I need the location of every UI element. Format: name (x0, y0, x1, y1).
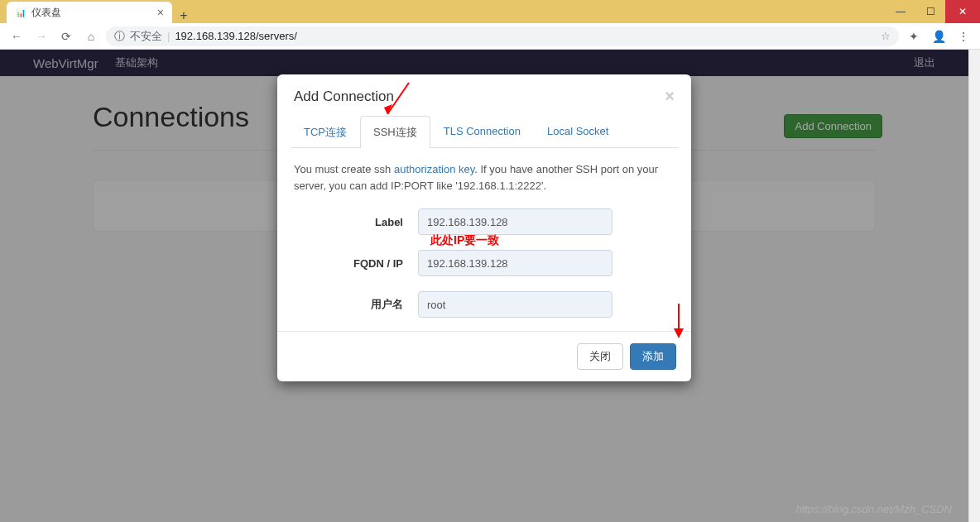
help-text: You must create ssh authorization key. I… (294, 161, 675, 194)
user-input[interactable] (418, 291, 612, 318)
page-viewport: WebVirtMgr 基础架构 退出 Connections Add Conne… (0, 50, 968, 522)
insecure-label: 不安全 (130, 29, 162, 44)
user-label: 用户名 (294, 297, 418, 312)
forward-button[interactable]: → (31, 26, 51, 46)
reload-button[interactable]: ⟳ (56, 26, 76, 46)
profile-icon[interactable]: 👤 (929, 26, 949, 46)
fqdn-label: FQDN / IP (294, 257, 418, 270)
modal-title: Add Connection (294, 89, 394, 105)
new-tab-button[interactable]: + (172, 8, 195, 23)
bookmark-star-icon[interactable]: ☆ (881, 30, 891, 42)
browser-tab[interactable]: 📊 仪表盘 × (7, 2, 172, 23)
watermark: https://blog.csdn.net/Mzh_CSDN (795, 503, 952, 515)
label-label: Label (294, 216, 418, 228)
window-maximize-button[interactable]: ☐ (915, 0, 945, 23)
tab-title: 仪表盘 (31, 6, 152, 20)
back-button[interactable]: ← (7, 26, 26, 46)
browser-toolbar: ← → ⟳ ⌂ ⓘ 不安全 | 192.168.139.128/servers/… (0, 23, 980, 50)
modal-close-icon[interactable]: × (665, 87, 675, 106)
window-minimize-button[interactable]: — (886, 0, 915, 23)
add-connection-modal: Add Connection × TCP连接 SSH连接 TLS Connect… (277, 74, 691, 381)
address-bar[interactable]: ⓘ 不安全 | 192.168.139.128/servers/ ☆ (106, 26, 899, 46)
tab-tls[interactable]: TLS Connection (430, 116, 534, 148)
auth-key-link[interactable]: authorization key (394, 163, 474, 175)
fqdn-input[interactable] (418, 250, 612, 276)
tab-ssh[interactable]: SSH连接 (360, 116, 430, 148)
tab-tcp[interactable]: TCP连接 (291, 116, 360, 148)
tab-close-icon[interactable]: × (157, 6, 164, 19)
modal-add-button[interactable]: 添加 (630, 343, 676, 370)
browser-titlebar: 📊 仪表盘 × + — ☐ ✕ (0, 0, 980, 23)
vertical-scrollbar[interactable] (968, 50, 980, 522)
insecure-icon: ⓘ (114, 29, 125, 44)
window-close-button[interactable]: ✕ (945, 0, 980, 23)
url-text: 192.168.139.128/servers/ (175, 30, 296, 42)
address-separator: | (167, 30, 170, 42)
menu-icon[interactable]: ⋮ (954, 26, 973, 46)
home-button[interactable]: ⌂ (81, 26, 101, 46)
tab-local-socket[interactable]: Local Socket (534, 116, 622, 148)
modal-close-button[interactable]: 关闭 (577, 343, 623, 370)
extensions-icon[interactable]: ✦ (904, 26, 924, 46)
tab-favicon-icon: 📊 (15, 7, 26, 18)
label-input[interactable] (418, 208, 612, 235)
